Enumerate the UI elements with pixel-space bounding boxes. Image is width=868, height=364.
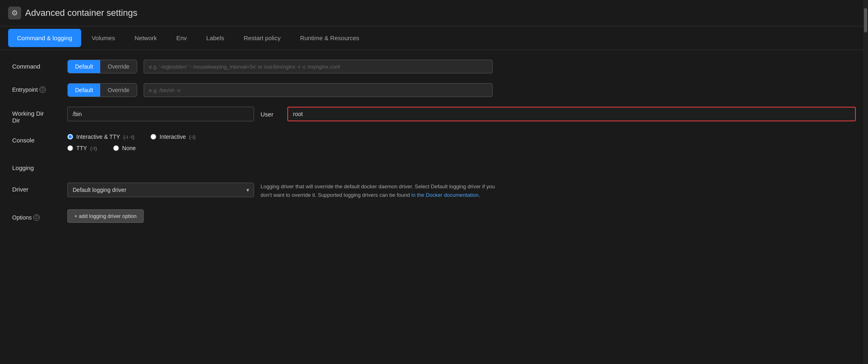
command-label: Command [12,60,61,70]
entrypoint-default-btn[interactable]: Default [68,84,100,97]
gear-icon: ⚙ [8,6,21,19]
tab-env[interactable]: Env [167,29,196,47]
console-row-2: TTY (-t) None [67,145,196,151]
tab-network[interactable]: Network [125,29,166,47]
radio-interactive[interactable] [151,134,156,140]
driver-description: Logging driver that will override the de… [261,183,504,200]
entrypoint-override-btn[interactable]: Override [100,84,137,97]
workdir-user-row: Working Dir Dir User [12,107,856,124]
entrypoint-row: Entrypoint ⓘ Default Override [12,83,856,97]
entrypoint-input[interactable] [144,83,493,97]
entrypoint-info-icon[interactable]: ⓘ [39,86,46,93]
console-interactive-tty[interactable]: Interactive & TTY (-i -t) [67,134,134,140]
options-info-icon[interactable]: ⓘ [33,214,40,221]
radio-tty[interactable] [67,145,73,151]
logging-title: Logging [12,161,61,174]
console-row-1: Interactive & TTY (-i -t) Interactive (-… [67,134,196,140]
driver-label: Driver [12,183,61,193]
tabs-bar: Command & logging Volumes Network Env La… [0,26,868,50]
tab-volumes[interactable]: Volumes [83,29,124,47]
command-toggle-group: Default Override [67,60,137,73]
driver-select-wrapper: Default logging driver json-file syslog … [67,183,254,197]
working-dir-label: Working Dir Dir [12,107,61,124]
console-tty[interactable]: TTY (-t) [67,145,97,151]
add-logging-driver-option-button[interactable]: + add logging driver option [67,209,144,223]
radio-none[interactable] [113,145,119,151]
command-override-btn[interactable]: Override [100,60,137,73]
tab-restart-policy[interactable]: Restart policy [235,29,290,47]
options-label-group: Options ⓘ [12,211,61,221]
working-dir-input[interactable] [67,107,254,121]
console-row: Console Interactive & TTY (-i -t) Intera… [12,134,856,151]
console-options: Interactive & TTY (-i -t) Interactive (-… [67,134,196,151]
user-label: User [261,111,281,118]
page-header: ⚙ Advanced container settings [0,0,868,26]
console-none[interactable]: None [113,145,136,151]
options-label: Options [12,214,32,221]
entrypoint-label: Entrypoint [12,86,38,93]
page-title: Advanced container settings [25,8,137,18]
command-input[interactable] [144,60,493,73]
user-input[interactable] [287,107,856,121]
console-label: Console [12,134,61,144]
tab-labels[interactable]: Labels [197,29,233,47]
scrollbar-track[interactable] [863,0,868,364]
options-row: Options ⓘ + add logging driver option [12,209,856,223]
driver-select[interactable]: Default logging driver json-file syslog … [67,183,254,197]
docker-docs-link[interactable]: in the Docker documentation [411,192,478,198]
tab-command-logging[interactable]: Command & logging [8,29,81,47]
logging-section-header: Logging [12,161,856,174]
driver-row: Driver Default logging driver json-file … [12,183,856,200]
user-section: User [261,107,856,121]
tab-runtime-resources[interactable]: Runtime & Resources [291,29,368,47]
command-row: Command Default Override [12,60,856,73]
console-interactive[interactable]: Interactive (-i) [151,134,195,140]
scrollbar-thumb[interactable] [864,8,867,32]
entrypoint-toggle-group: Default Override [67,83,137,97]
command-default-btn[interactable]: Default [68,60,100,73]
radio-interactive-tty[interactable] [67,134,73,140]
entrypoint-label-group: Entrypoint ⓘ [12,83,61,93]
form-content: Command Default Override Entrypoint ⓘ De… [0,50,868,233]
